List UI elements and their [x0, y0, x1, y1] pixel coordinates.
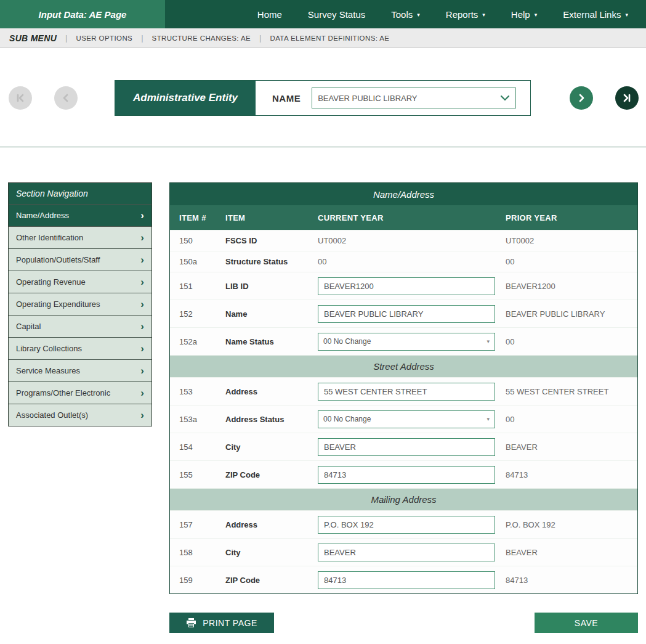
- chevron-left-icon: [60, 92, 72, 104]
- column-header-item: ITEM: [225, 213, 318, 222]
- chevron-right-icon: ›: [140, 277, 144, 287]
- section-band-mailing-address: Mailing Address: [170, 488, 637, 510]
- submenu-item-data-element-definitions[interactable]: DATA ELEMENT DEFINITIONS: AE: [270, 35, 389, 42]
- nav-item-tools[interactable]: Tools▾: [378, 0, 433, 28]
- submenu-bar: SUB MENU | USER OPTIONS | STRUCTURE CHAN…: [0, 28, 646, 48]
- sidebar-item-library-collections[interactable]: Library Collections›: [9, 337, 151, 359]
- nav-item-reports[interactable]: Reports▾: [433, 0, 498, 28]
- column-header-item-num: ITEM #: [170, 213, 225, 222]
- zip-code-input[interactable]: [318, 466, 495, 484]
- skip-to-first-icon: [14, 92, 26, 104]
- caret-down-icon: ▾: [487, 338, 490, 344]
- sidebar-title: Section Navigation: [9, 183, 151, 204]
- street-address-input[interactable]: [318, 383, 495, 401]
- mailing-city-input[interactable]: [318, 544, 495, 561]
- sidebar-item-operating-revenue[interactable]: Operating Revenue›: [9, 271, 151, 293]
- entity-pager-row: Administrative Entity NAME BEAVER PUBLIC…: [0, 80, 646, 116]
- caret-down-icon: ▾: [625, 12, 628, 18]
- sidebar-item-associated-outlets[interactable]: Associated Outlet(s)›: [9, 404, 151, 426]
- sidebar-item-service-measures[interactable]: Service Measures›: [9, 359, 151, 381]
- mailing-zip-code-input[interactable]: [318, 571, 495, 589]
- top-navbar: Input Data: AE Page Home Survey Status T…: [0, 0, 646, 28]
- separator: |: [141, 33, 143, 43]
- chevron-right-icon: ›: [140, 365, 144, 376]
- nav-item-home[interactable]: Home: [244, 0, 295, 28]
- sidebar-item-capital[interactable]: Capital›: [9, 315, 151, 337]
- chevron-right-icon: [575, 92, 587, 104]
- nav-item-external-links[interactable]: External Links▾: [550, 0, 641, 28]
- sidebar-item-programs-other-electronic[interactable]: Programs/Other Electronic›: [9, 381, 151, 404]
- address-status-select[interactable]: 00 No Change ▾: [318, 410, 495, 428]
- caret-down-icon: ▾: [487, 416, 490, 422]
- printer-icon: [186, 618, 196, 627]
- sidebar-item-other-identification[interactable]: Other Identification›: [9, 226, 151, 248]
- separator: |: [259, 33, 261, 43]
- entity-name-select[interactable]: BEAVER PUBLIC LIBRARY: [312, 88, 516, 108]
- city-input[interactable]: [318, 438, 495, 456]
- submenu-item-user-options[interactable]: USER OPTIONS: [76, 35, 132, 42]
- separator: |: [65, 33, 67, 43]
- name-input[interactable]: [318, 305, 495, 323]
- table-row: 154 City BEAVER: [170, 433, 637, 460]
- chevron-right-icon: ›: [140, 321, 144, 332]
- submenu-title: SUB MENU: [9, 33, 57, 43]
- caret-down-icon: ▾: [535, 12, 538, 18]
- table-row: 151 LIB ID BEAVER1200: [170, 272, 637, 300]
- table-header-row: ITEM # ITEM CURRENT YEAR PRIOR YEAR: [170, 205, 637, 230]
- chevron-right-icon: ›: [140, 255, 144, 265]
- table-row: 150 FSCS ID UT0002 UT0002: [170, 230, 637, 251]
- bottom-actions-bar: PRINT PAGE SAVE: [0, 613, 646, 644]
- entity-header-box: Administrative Entity NAME BEAVER PUBLIC…: [115, 80, 531, 116]
- table-row: 150a Structure Status 00 00: [170, 251, 637, 272]
- chevron-down-icon: [500, 95, 510, 101]
- table-row: 152 Name BEAVER PUBLIC LIBRARY: [170, 300, 637, 327]
- table-row: 152a Name Status 00 No Change ▾ 00: [170, 327, 637, 355]
- table-row: 153a Address Status 00 No Change ▾ 00: [170, 405, 637, 433]
- nav-item-help[interactable]: Help▾: [498, 0, 550, 28]
- entity-name-label: NAME: [272, 93, 301, 104]
- nav-item-survey-status[interactable]: Survey Status: [295, 0, 378, 28]
- print-page-button[interactable]: PRINT PAGE: [169, 613, 274, 633]
- column-header-prior-year: PRIOR YEAR: [506, 213, 637, 222]
- name-status-select[interactable]: 00 No Change ▾: [318, 333, 495, 351]
- sidebar-item-name-address[interactable]: Name/Address›: [9, 204, 151, 226]
- save-button[interactable]: SAVE: [535, 613, 638, 633]
- skip-to-last-icon: [621, 92, 633, 104]
- entity-type-title: Administrative Entity: [115, 81, 256, 115]
- active-page-tab[interactable]: Input Data: AE Page: [0, 0, 165, 28]
- name-address-table: Name/Address ITEM # ITEM CURRENT YEAR PR…: [169, 182, 638, 594]
- table-title: Name/Address: [170, 183, 637, 205]
- next-record-button[interactable]: [570, 86, 593, 110]
- previous-record-button[interactable]: [54, 86, 78, 110]
- caret-down-icon: ▾: [482, 12, 485, 18]
- entity-name-selected-value: BEAVER PUBLIC LIBRARY: [318, 94, 417, 103]
- sidebar-item-population-outlets-staff[interactable]: Population/Outlets/Staff›: [9, 248, 151, 271]
- sidebar-item-operating-expenditures[interactable]: Operating Expenditures›: [9, 293, 151, 315]
- content-area: Section Navigation Name/Address› Other I…: [0, 182, 646, 594]
- chevron-right-icon: ›: [140, 232, 144, 243]
- column-header-current-year: CURRENT YEAR: [318, 213, 506, 222]
- table-row: 157 Address P.O. BOX 192: [170, 510, 637, 538]
- horizontal-divider: [0, 147, 646, 147]
- last-record-button[interactable]: [615, 86, 639, 110]
- mailing-address-input[interactable]: [318, 516, 495, 534]
- table-row: 159 ZIP Code 84713: [170, 566, 637, 593]
- first-record-button[interactable]: [9, 86, 32, 110]
- chevron-right-icon: ›: [140, 210, 144, 221]
- chevron-right-icon: ›: [140, 410, 144, 420]
- chevron-right-icon: ›: [140, 299, 144, 309]
- submenu-item-structure-changes[interactable]: STRUCTURE CHANGES: AE: [152, 35, 251, 42]
- chevron-right-icon: ›: [140, 388, 144, 398]
- lib-id-input[interactable]: [318, 277, 495, 295]
- chevron-right-icon: ›: [140, 343, 144, 354]
- caret-down-icon: ▾: [417, 12, 420, 18]
- table-row: 153 Address 55 WEST CENTER STREET: [170, 377, 637, 405]
- section-navigation-sidebar: Section Navigation Name/Address› Other I…: [8, 182, 152, 426]
- section-band-street-address: Street Address: [170, 355, 637, 377]
- table-row: 158 City BEAVER: [170, 538, 637, 566]
- table-row: 155 ZIP Code 84713: [170, 460, 637, 488]
- main-nav: Home Survey Status Tools▾ Reports▾ Help▾…: [165, 0, 646, 28]
